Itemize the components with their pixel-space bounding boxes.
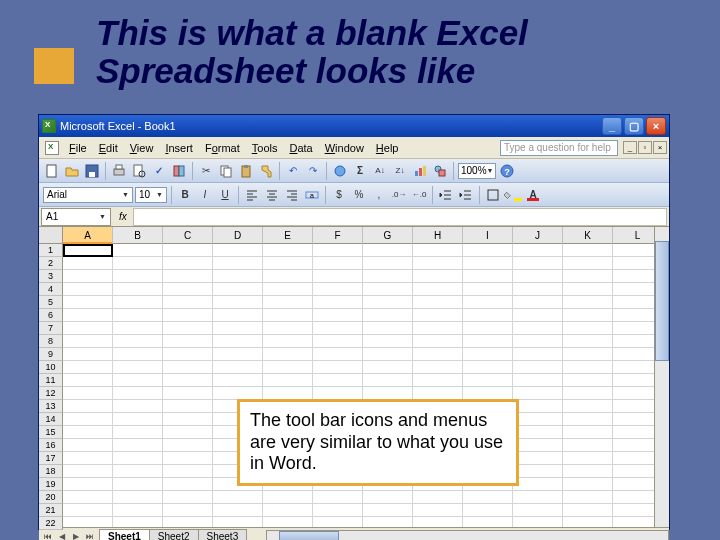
cell[interactable]	[213, 504, 263, 517]
cell[interactable]	[313, 517, 363, 527]
currency-button[interactable]: $	[330, 186, 348, 204]
cell[interactable]	[513, 283, 563, 296]
row-header[interactable]: 4	[39, 283, 63, 296]
menu-data[interactable]: Data	[283, 140, 318, 156]
cell[interactable]	[213, 244, 263, 257]
cell[interactable]	[213, 322, 263, 335]
column-header[interactable]: G	[363, 227, 413, 244]
mdi-minimize-button[interactable]: _	[623, 141, 637, 154]
cell[interactable]	[513, 478, 563, 491]
cell[interactable]	[213, 491, 263, 504]
cell[interactable]	[413, 257, 463, 270]
cell[interactable]	[463, 322, 513, 335]
research-icon[interactable]	[170, 162, 188, 180]
decrease-indent-icon[interactable]	[437, 186, 455, 204]
cell[interactable]	[263, 504, 313, 517]
cell[interactable]	[413, 270, 463, 283]
menu-window[interactable]: Window	[319, 140, 370, 156]
cell[interactable]	[113, 413, 163, 426]
cell[interactable]	[213, 374, 263, 387]
cell[interactable]	[163, 270, 213, 283]
window-maximize-button[interactable]: ▢	[624, 117, 644, 135]
cell[interactable]	[363, 348, 413, 361]
cell[interactable]	[63, 309, 113, 322]
cell[interactable]	[563, 504, 613, 517]
row-header[interactable]: 5	[39, 296, 63, 309]
mdi-restore-button[interactable]: ▫	[638, 141, 652, 154]
column-header[interactable]: K	[563, 227, 613, 244]
window-close-button[interactable]: ×	[646, 117, 666, 135]
cell[interactable]	[313, 283, 363, 296]
cell[interactable]	[263, 283, 313, 296]
increase-decimal-icon[interactable]: .0→	[390, 186, 408, 204]
cell[interactable]	[413, 309, 463, 322]
column-header[interactable]: D	[213, 227, 263, 244]
cell[interactable]	[463, 504, 513, 517]
cell[interactable]	[363, 335, 413, 348]
cell[interactable]	[163, 400, 213, 413]
cell[interactable]	[513, 374, 563, 387]
row-header[interactable]: 9	[39, 348, 63, 361]
decrease-decimal-icon[interactable]: ←.0	[410, 186, 428, 204]
row-header[interactable]: 16	[39, 439, 63, 452]
row-header[interactable]: 17	[39, 452, 63, 465]
percent-button[interactable]: %	[350, 186, 368, 204]
cell[interactable]	[513, 452, 563, 465]
cell[interactable]	[263, 257, 313, 270]
cell[interactable]	[63, 270, 113, 283]
menu-edit[interactable]: Edit	[93, 140, 124, 156]
paste-icon[interactable]	[237, 162, 255, 180]
redo-icon[interactable]: ↷	[304, 162, 322, 180]
cell[interactable]	[563, 452, 613, 465]
cell[interactable]	[63, 413, 113, 426]
name-box[interactable]: A1▼	[41, 208, 111, 226]
cell[interactable]	[513, 296, 563, 309]
cell[interactable]	[563, 400, 613, 413]
cell[interactable]	[113, 322, 163, 335]
cell[interactable]	[363, 517, 413, 527]
cell[interactable]	[363, 374, 413, 387]
cell[interactable]	[63, 348, 113, 361]
cell[interactable]	[313, 309, 363, 322]
cell[interactable]	[513, 504, 563, 517]
cell[interactable]	[513, 465, 563, 478]
row-header[interactable]: 12	[39, 387, 63, 400]
cell[interactable]	[413, 296, 463, 309]
cell[interactable]	[63, 283, 113, 296]
cell[interactable]	[463, 361, 513, 374]
cell[interactable]	[563, 244, 613, 257]
cell[interactable]	[163, 491, 213, 504]
row-header[interactable]: 10	[39, 361, 63, 374]
print-icon[interactable]	[110, 162, 128, 180]
cell[interactable]	[113, 361, 163, 374]
italic-button[interactable]: I	[196, 186, 214, 204]
column-header[interactable]: C	[163, 227, 213, 244]
cell[interactable]	[563, 309, 613, 322]
open-icon[interactable]	[63, 162, 81, 180]
cell[interactable]	[463, 517, 513, 527]
cell[interactable]	[263, 517, 313, 527]
sheet-tab-1[interactable]: Sheet1	[99, 529, 150, 540]
cell[interactable]	[463, 296, 513, 309]
cell[interactable]	[463, 335, 513, 348]
cell[interactable]	[113, 426, 163, 439]
cell[interactable]	[113, 257, 163, 270]
row-header[interactable]: 8	[39, 335, 63, 348]
cell[interactable]	[63, 335, 113, 348]
cell[interactable]	[63, 374, 113, 387]
tab-nav-next-icon[interactable]: ▶	[69, 529, 83, 540]
cell[interactable]	[213, 257, 263, 270]
cell[interactable]	[513, 387, 563, 400]
font-color-icon[interactable]: A	[524, 186, 542, 204]
merge-center-icon[interactable]: a	[303, 186, 321, 204]
column-header[interactable]: A	[63, 227, 113, 244]
cell[interactable]	[263, 244, 313, 257]
cell[interactable]	[463, 244, 513, 257]
sheet-tab-3[interactable]: Sheet3	[198, 529, 248, 540]
column-header[interactable]: E	[263, 227, 313, 244]
cell[interactable]	[563, 491, 613, 504]
row-header[interactable]: 20	[39, 491, 63, 504]
spellcheck-icon[interactable]: ✓	[150, 162, 168, 180]
cell[interactable]	[313, 270, 363, 283]
row-header[interactable]: 1	[39, 244, 63, 257]
